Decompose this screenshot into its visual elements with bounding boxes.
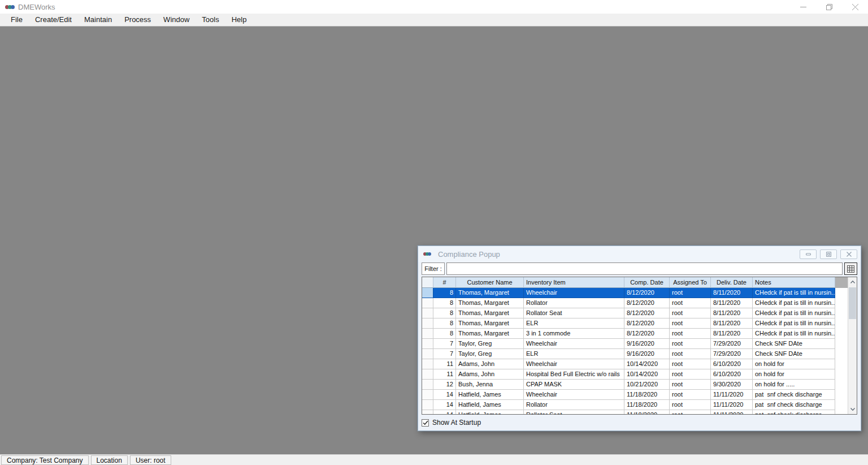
table-row[interactable]: 7Taylor, GregWheelchair9/16/2020root7/29…: [422, 339, 848, 349]
cell-deliv-date[interactable]: 11/11/2020: [711, 390, 753, 400]
column-header-customer-name[interactable]: Customer Name: [456, 277, 524, 288]
cell-assigned-to[interactable]: root: [670, 329, 711, 339]
popup-maximize-icon[interactable]: [820, 249, 837, 259]
cell-notes[interactable]: CHedck if pat is till in nursin...: [753, 329, 835, 339]
vertical-scrollbar[interactable]: [848, 277, 857, 414]
menu-window[interactable]: Window: [157, 14, 196, 26]
cell-deliv-date[interactable]: 8/11/2020: [711, 308, 753, 318]
row-selector[interactable]: [422, 410, 433, 414]
minimize-icon[interactable]: [790, 0, 816, 14]
cell-assigned-to[interactable]: root: [670, 298, 711, 308]
cell-customer-name[interactable]: Hatfield, James: [456, 390, 524, 400]
table-row[interactable]: 14Hatfield, JamesWheelchair11/18/2020roo…: [422, 390, 848, 400]
cell-comp-date[interactable]: 11/18/2020: [624, 410, 670, 414]
cell-inventory-item[interactable]: Rollator: [524, 400, 624, 410]
cell-[interactable]: 14: [433, 400, 456, 410]
cell-customer-name[interactable]: Taylor, Greg: [456, 349, 524, 359]
table-row[interactable]: 8Thomas, Margaret3 in 1 commode8/12/2020…: [422, 329, 848, 339]
row-selector[interactable]: [422, 308, 433, 318]
cell-assigned-to[interactable]: root: [670, 288, 711, 298]
cell-comp-date[interactable]: 8/12/2020: [624, 329, 670, 339]
cell-assigned-to[interactable]: root: [670, 318, 711, 329]
menu-maintain[interactable]: Maintain: [78, 14, 118, 26]
cell-assigned-to[interactable]: root: [670, 380, 711, 390]
scroll-down-icon[interactable]: [848, 404, 857, 414]
cell-assigned-to[interactable]: root: [670, 390, 711, 400]
popup-close-icon[interactable]: [840, 249, 857, 259]
cell-deliv-date[interactable]: 8/11/2020: [711, 288, 753, 298]
cell-deliv-date[interactable]: 8/11/2020: [711, 298, 753, 308]
row-selector[interactable]: [422, 349, 433, 359]
table-row[interactable]: 11Adams, JohnHospital Bed Full Electric …: [422, 369, 848, 380]
cell-[interactable]: 8: [433, 329, 456, 339]
column-chooser-icon[interactable]: [844, 262, 857, 275]
cell-assigned-to[interactable]: root: [670, 349, 711, 359]
row-selector[interactable]: [422, 359, 433, 369]
cell-[interactable]: 7: [433, 339, 456, 349]
table-row[interactable]: 11Adams, JohnWheelchair10/14/2020root6/1…: [422, 359, 848, 369]
row-selector[interactable]: [422, 329, 433, 339]
cell-notes[interactable]: on hold for: [753, 369, 835, 380]
cell-comp-date[interactable]: 10/21/2020: [624, 380, 670, 390]
cell-[interactable]: 11: [433, 359, 456, 369]
cell-deliv-date[interactable]: 7/29/2020: [711, 349, 753, 359]
cell-customer-name[interactable]: Thomas, Margaret: [456, 288, 524, 298]
menu-help[interactable]: Help: [225, 14, 253, 26]
cell-[interactable]: 8: [433, 298, 456, 308]
table-row[interactable]: 8Thomas, MargaretELR8/12/2020root8/11/20…: [422, 318, 848, 329]
cell-customer-name[interactable]: Adams, John: [456, 359, 524, 369]
cell-customer-name[interactable]: Bush, Jenna: [456, 380, 524, 390]
cell-inventory-item[interactable]: CPAP MASK: [524, 380, 624, 390]
cell-comp-date[interactable]: 10/14/2020: [624, 369, 670, 380]
cell-deliv-date[interactable]: 7/29/2020: [711, 339, 753, 349]
table-row[interactable]: 14Hatfield, JamesRollator11/18/2020root1…: [422, 400, 848, 410]
row-selector[interactable]: [422, 369, 433, 380]
menu-create-edit[interactable]: Create/Edit: [29, 14, 78, 26]
cell-comp-date[interactable]: 11/18/2020: [624, 400, 670, 410]
cell-[interactable]: 7: [433, 349, 456, 359]
table-row[interactable]: 12Bush, JennaCPAP MASK10/21/2020root9/30…: [422, 380, 848, 390]
restore-icon[interactable]: [816, 0, 842, 14]
cell-deliv-date[interactable]: 8/11/2020: [711, 329, 753, 339]
cell-assigned-to[interactable]: root: [670, 339, 711, 349]
cell-assigned-to[interactable]: root: [670, 400, 711, 410]
column-header-deliv-date[interactable]: Deliv. Date: [711, 277, 753, 288]
cell-notes[interactable]: Check SNF DAte: [753, 349, 835, 359]
cell-assigned-to[interactable]: root: [670, 359, 711, 369]
cell-assigned-to[interactable]: root: [670, 369, 711, 380]
row-selector-header[interactable]: [422, 277, 433, 288]
row-selector[interactable]: [422, 390, 433, 400]
cell-deliv-date[interactable]: 6/10/2020: [711, 369, 753, 380]
cell-comp-date[interactable]: 9/16/2020: [624, 339, 670, 349]
cell-comp-date[interactable]: 8/12/2020: [624, 298, 670, 308]
close-icon[interactable]: [842, 0, 868, 14]
cell-inventory-item[interactable]: Hospital Bed Full Electric w/o rails: [524, 369, 624, 380]
cell-notes[interactable]: pat snf check discharge: [753, 390, 835, 400]
table-row[interactable]: 8Thomas, MargaretWheelchair8/12/2020root…: [422, 288, 848, 298]
cell-notes[interactable]: pat snf check discharge: [753, 410, 835, 414]
row-selector[interactable]: [422, 380, 433, 390]
cell-comp-date[interactable]: 10/14/2020: [624, 359, 670, 369]
cell-[interactable]: 8: [433, 308, 456, 318]
cell-deliv-date[interactable]: 11/11/2020: [711, 410, 753, 414]
cell-[interactable]: 8: [433, 288, 456, 298]
cell-inventory-item[interactable]: Rollator Seat: [524, 308, 624, 318]
cell-customer-name[interactable]: Adams, John: [456, 369, 524, 380]
table-row[interactable]: 8Thomas, MargaretRollator Seat8/12/2020r…: [422, 308, 848, 318]
cell-notes[interactable]: pat snf check discharge: [753, 400, 835, 410]
cell-customer-name[interactable]: Hatfield, James: [456, 410, 524, 414]
cell-inventory-item[interactable]: Wheelchair: [524, 390, 624, 400]
cell-[interactable]: 14: [433, 390, 456, 400]
cell-notes[interactable]: on hold for .....: [753, 380, 835, 390]
menu-file[interactable]: File: [5, 14, 29, 26]
cell-inventory-item[interactable]: Wheelchair: [524, 359, 624, 369]
menu-tools[interactable]: Tools: [196, 14, 225, 26]
cell-inventory-item[interactable]: ELR: [524, 349, 624, 359]
menu-process[interactable]: Process: [118, 14, 157, 26]
cell-customer-name[interactable]: Thomas, Margaret: [456, 308, 524, 318]
cell-inventory-item[interactable]: ELR: [524, 318, 624, 329]
cell-deliv-date[interactable]: 11/11/2020: [711, 400, 753, 410]
popup-minimize-icon[interactable]: [800, 249, 817, 259]
table-row[interactable]: 8Thomas, MargaretRollator8/12/2020root8/…: [422, 298, 848, 308]
cell-deliv-date[interactable]: 9/30/2020: [711, 380, 753, 390]
